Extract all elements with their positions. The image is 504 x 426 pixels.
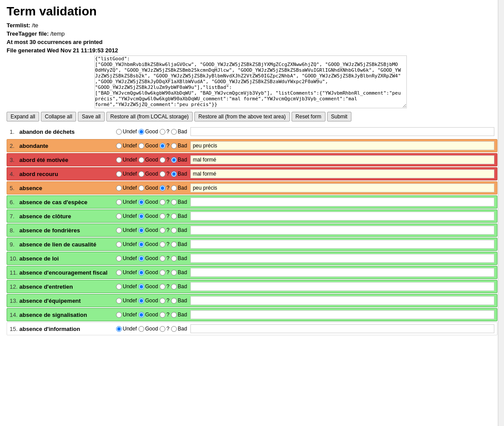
- radio-label-bad[interactable]: Bad: [171, 185, 187, 191]
- radio-label-bad[interactable]: Bad: [171, 143, 187, 149]
- radio-label-bad[interactable]: Bad: [171, 326, 187, 332]
- expand-all-button[interactable]: Expand all: [7, 112, 39, 121]
- radio-undef[interactable]: [116, 199, 122, 205]
- radio-label-good[interactable]: Good: [139, 312, 158, 318]
- radio-label-undef[interactable]: Undef: [116, 312, 137, 318]
- term-comment-input[interactable]: [190, 198, 494, 206]
- radio-label-undef[interactable]: Undef: [116, 213, 137, 219]
- radio-question[interactable]: [160, 185, 165, 191]
- radio-bad[interactable]: [171, 256, 177, 261]
- radio-label-question[interactable]: ?: [160, 171, 169, 177]
- radio-label-good[interactable]: Good: [139, 185, 158, 191]
- radio-label-good[interactable]: Good: [139, 283, 158, 290]
- reset-form-button[interactable]: Reset form: [292, 112, 325, 121]
- radio-good[interactable]: [139, 242, 144, 247]
- radio-question[interactable]: [160, 270, 165, 275]
- term-comment-input[interactable]: [190, 226, 494, 235]
- radio-bad[interactable]: [171, 242, 177, 247]
- radio-label-undef[interactable]: Undef: [116, 227, 137, 233]
- collapse-all-button[interactable]: Collapse all: [41, 112, 76, 121]
- radio-label-question[interactable]: ?: [160, 185, 169, 191]
- radio-label-question[interactable]: ?: [160, 213, 169, 219]
- radio-label-good[interactable]: Good: [139, 227, 158, 233]
- radio-bad[interactable]: [171, 171, 177, 177]
- radio-good[interactable]: [139, 326, 144, 332]
- radio-good[interactable]: [139, 129, 144, 135]
- term-comment-input[interactable]: [190, 268, 494, 277]
- radio-good[interactable]: [139, 199, 144, 205]
- radio-bad[interactable]: [171, 129, 177, 135]
- radio-good[interactable]: [139, 143, 144, 149]
- json-textarea[interactable]: [95, 55, 407, 108]
- radio-label-good[interactable]: Good: [139, 129, 158, 135]
- term-comment-input[interactable]: [190, 141, 494, 150]
- radio-label-bad[interactable]: Bad: [171, 312, 187, 318]
- term-comment-input[interactable]: [190, 127, 494, 136]
- radio-bad[interactable]: [171, 213, 177, 219]
- radio-label-bad[interactable]: Bad: [171, 269, 187, 275]
- radio-question[interactable]: [160, 129, 165, 135]
- save-all-button[interactable]: Save all: [78, 112, 105, 121]
- radio-bad[interactable]: [171, 185, 177, 191]
- term-comment-input[interactable]: [190, 240, 494, 249]
- radio-bad[interactable]: [171, 228, 177, 233]
- radio-label-good[interactable]: Good: [139, 326, 158, 332]
- radio-undef[interactable]: [116, 270, 122, 275]
- radio-label-undef[interactable]: Undef: [116, 241, 137, 247]
- radio-good[interactable]: [139, 213, 144, 219]
- radio-label-undef[interactable]: Undef: [116, 297, 137, 304]
- radio-label-undef[interactable]: Undef: [116, 185, 137, 191]
- radio-label-undef[interactable]: Undef: [116, 255, 137, 261]
- radio-bad[interactable]: [171, 143, 177, 149]
- term-comment-input[interactable]: [190, 254, 494, 263]
- radio-label-good[interactable]: Good: [139, 143, 158, 149]
- radio-good[interactable]: [139, 171, 144, 177]
- radio-good[interactable]: [139, 157, 144, 163]
- radio-label-good[interactable]: Good: [139, 157, 158, 163]
- term-comment-input[interactable]: [190, 184, 494, 192]
- radio-label-undef[interactable]: Undef: [116, 171, 137, 177]
- radio-label-good[interactable]: Good: [139, 297, 158, 304]
- radio-undef[interactable]: [116, 157, 122, 163]
- radio-good[interactable]: [139, 185, 144, 191]
- term-comment-input[interactable]: [190, 282, 494, 291]
- radio-label-bad[interactable]: Bad: [171, 213, 187, 219]
- radio-question[interactable]: [160, 326, 165, 332]
- radio-label-question[interactable]: ?: [160, 269, 169, 275]
- radio-label-question[interactable]: ?: [160, 326, 169, 332]
- radio-question[interactable]: [160, 242, 165, 247]
- radio-question[interactable]: [160, 199, 165, 205]
- term-comment-input[interactable]: [190, 324, 494, 333]
- term-comment-input[interactable]: [190, 169, 494, 178]
- radio-label-bad[interactable]: Bad: [171, 171, 187, 177]
- radio-question[interactable]: [160, 298, 165, 304]
- radio-good[interactable]: [139, 284, 144, 290]
- radio-bad[interactable]: [171, 326, 177, 332]
- radio-label-bad[interactable]: Bad: [171, 129, 187, 135]
- radio-label-undef[interactable]: Undef: [116, 326, 137, 332]
- radio-label-undef[interactable]: Undef: [116, 283, 137, 290]
- radio-question[interactable]: [160, 228, 165, 233]
- radio-label-good[interactable]: Good: [139, 241, 158, 247]
- radio-label-undef[interactable]: Undef: [116, 129, 137, 135]
- radio-label-bad[interactable]: Bad: [171, 255, 187, 261]
- radio-label-question[interactable]: ?: [160, 283, 169, 290]
- radio-label-good[interactable]: Good: [139, 213, 158, 219]
- radio-label-question[interactable]: ?: [160, 143, 169, 149]
- radio-good[interactable]: [139, 298, 144, 304]
- radio-label-bad[interactable]: Bad: [171, 283, 187, 290]
- radio-label-bad[interactable]: Bad: [171, 241, 187, 247]
- radio-label-question[interactable]: ?: [160, 129, 169, 135]
- scrollbar[interactable]: [498, 0, 504, 341]
- radio-label-question[interactable]: ?: [160, 241, 169, 247]
- radio-undef[interactable]: [116, 256, 122, 261]
- radio-bad[interactable]: [171, 312, 177, 318]
- radio-question[interactable]: [160, 284, 165, 290]
- radio-undef[interactable]: [116, 129, 122, 135]
- radio-undef[interactable]: [116, 312, 122, 318]
- radio-good[interactable]: [139, 228, 144, 233]
- radio-undef[interactable]: [116, 284, 122, 290]
- radio-undef[interactable]: [116, 242, 122, 247]
- term-comment-input[interactable]: [190, 155, 494, 164]
- radio-label-question[interactable]: ?: [160, 312, 169, 318]
